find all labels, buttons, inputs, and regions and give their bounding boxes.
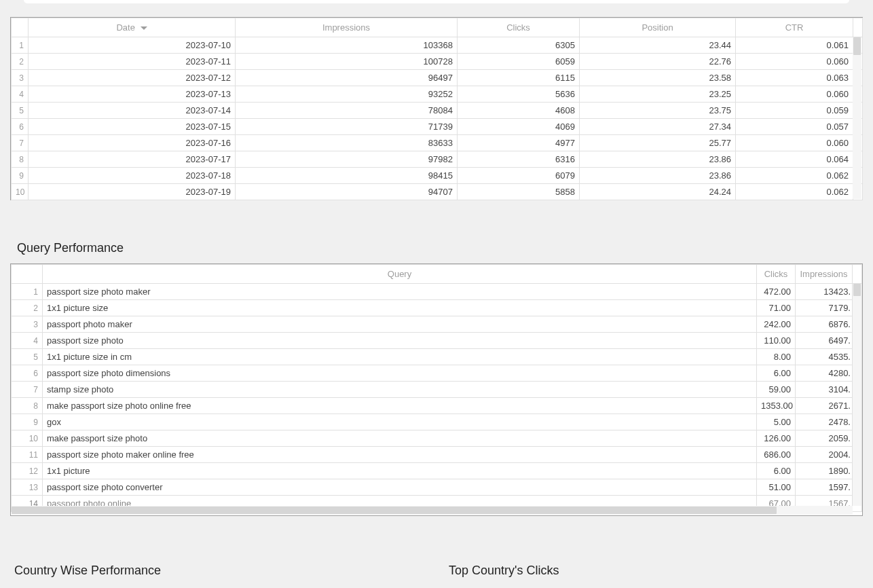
table-row[interactable]: 7stamp size photo59.003104.	[12, 382, 862, 398]
cell-query: 1x1 picture size in cm	[43, 349, 757, 365]
cell-impressions: 7179.	[796, 300, 853, 316]
table-row[interactable]: 11passport size photo maker online free6…	[12, 447, 862, 463]
table-row[interactable]: 3passport photo maker242.006876.	[12, 316, 862, 333]
query-performance-table[interactable]: Query Clicks Impressions 1passport size …	[11, 264, 862, 512]
table-row[interactable]: 4passport size photo110.006497.	[12, 333, 862, 349]
cell: 0.060	[736, 54, 853, 70]
row-number: 3	[12, 70, 29, 86]
row-number: 5	[12, 349, 43, 365]
table-row[interactable]: 92023-07-1898415607923.860.062	[12, 168, 863, 184]
cell: 94707	[236, 184, 458, 200]
cell: 97982	[236, 151, 458, 168]
col-position[interactable]: Position	[580, 18, 736, 37]
table-row[interactable]: 10make passport size photo126.002059.	[12, 430, 862, 447]
table-row[interactable]: 82023-07-1797982631623.860.064	[12, 151, 863, 168]
cell-clicks: 686.00	[757, 447, 796, 463]
cell-impressions: 2059.	[796, 430, 853, 447]
table-row[interactable]: 121x1 picture6.001890.	[12, 463, 862, 479]
table-row[interactable]: 102023-07-1994707585824.240.062	[12, 184, 863, 200]
cell-query: passport photo maker	[43, 316, 757, 333]
cell-impressions: 6876.	[796, 316, 853, 333]
table-row[interactable]: 62023-07-1571739406927.340.057	[12, 119, 863, 135]
cell-clicks: 8.00	[757, 349, 796, 365]
table-row[interactable]: 13passport size photo converter51.001597…	[12, 479, 862, 496]
country-wise-performance-title: Country Wise Performance	[14, 564, 428, 578]
cell-query: passport size photo converter	[43, 479, 757, 496]
cell: 2023-07-10	[29, 37, 236, 54]
cell-clicks: 6.00	[757, 463, 796, 479]
cell-clicks: 242.00	[757, 316, 796, 333]
table-row[interactable]: 1passport size photo maker472.0013423.	[12, 284, 862, 300]
cell-impressions: 4280.	[796, 365, 853, 382]
table-row[interactable]: 9gox5.002478.	[12, 414, 862, 430]
cell: 0.064	[736, 151, 853, 168]
table-row[interactable]: 6passport size photo dimensions6.004280.	[12, 365, 862, 382]
col-impressions[interactable]: Impressions	[236, 18, 458, 37]
table-row[interactable]: 42023-07-1393252563623.250.060	[12, 86, 863, 103]
cell: 93252	[236, 86, 458, 103]
col-clicks[interactable]: Clicks	[757, 265, 796, 284]
cell: 0.061	[736, 37, 853, 54]
row-number: 2	[12, 300, 43, 316]
row-number: 4	[12, 86, 29, 103]
col-ctr[interactable]: CTR	[736, 18, 853, 37]
horizontal-scrollbar[interactable]	[12, 506, 853, 515]
cell: 6316	[458, 151, 580, 168]
cell-query: 1x1 picture	[43, 463, 757, 479]
cell: 2023-07-15	[29, 119, 236, 135]
cell: 2023-07-18	[29, 168, 236, 184]
cell: 103368	[236, 37, 458, 54]
table-row[interactable]: 51x1 picture size in cm8.004535.	[12, 349, 862, 365]
cell: 5858	[458, 184, 580, 200]
cell: 2023-07-14	[29, 103, 236, 119]
cell: 2023-07-19	[29, 184, 236, 200]
row-number: 11	[12, 447, 43, 463]
cell-impressions: 2004.	[796, 447, 853, 463]
scroll-thumb[interactable]	[12, 507, 777, 514]
cell-query: make passport size photo	[43, 430, 757, 447]
col-date[interactable]: Date	[29, 18, 236, 37]
row-number: 2	[12, 54, 29, 70]
cell-impressions: 1890.	[796, 463, 853, 479]
table-row[interactable]: 32023-07-1296497611523.580.063	[12, 70, 863, 86]
row-number: 9	[12, 168, 29, 184]
cell: 0.063	[736, 70, 853, 86]
cell: 2023-07-17	[29, 151, 236, 168]
table-row[interactable]: 21x1 picture size71.007179.	[12, 300, 862, 316]
cell: 6059	[458, 54, 580, 70]
table-row[interactable]: 22023-07-11100728605922.760.060	[12, 54, 863, 70]
cell: 23.25	[580, 86, 736, 103]
row-number: 7	[12, 135, 29, 151]
row-number: 12	[12, 463, 43, 479]
col-clicks[interactable]: Clicks	[458, 18, 580, 37]
row-number: 4	[12, 333, 43, 349]
vertical-scrollbar[interactable]	[853, 284, 861, 506]
table-row[interactable]: 52023-07-1478084460823.750.059	[12, 103, 863, 119]
scroll-thumb[interactable]	[853, 284, 861, 296]
cell: 23.86	[580, 151, 736, 168]
cell: 24.24	[580, 184, 736, 200]
row-number: 3	[12, 316, 43, 333]
table-row[interactable]: 72023-07-1683633497725.770.060	[12, 135, 863, 151]
cell: 2023-07-12	[29, 70, 236, 86]
col-query[interactable]: Query	[43, 265, 757, 284]
cell: 2023-07-13	[29, 86, 236, 103]
col-impressions[interactable]: Impressions	[796, 265, 853, 284]
table-row[interactable]: 8make passport size photo online free135…	[12, 398, 862, 414]
cell-query: 1x1 picture size	[43, 300, 757, 316]
scroll-thumb[interactable]	[853, 37, 861, 55]
cell-impressions: 6497.	[796, 333, 853, 349]
bottom-section-titles: Country Wise Performance Top Country's C…	[10, 564, 863, 578]
row-number: 8	[12, 398, 43, 414]
cell: 4977	[458, 135, 580, 151]
row-number: 1	[12, 284, 43, 300]
row-number: 5	[12, 103, 29, 119]
cell-clicks: 1353.00	[757, 398, 796, 414]
vertical-scrollbar[interactable]	[853, 37, 861, 199]
table-row[interactable]: 12023-07-10103368630523.440.061	[12, 37, 863, 54]
cell-clicks: 51.00	[757, 479, 796, 496]
date-performance-table[interactable]: Date Impressions Clicks Position CTR 120…	[11, 18, 863, 200]
cell-impressions: 3104.	[796, 382, 853, 398]
cell: 0.060	[736, 86, 853, 103]
cell: 0.060	[736, 135, 853, 151]
